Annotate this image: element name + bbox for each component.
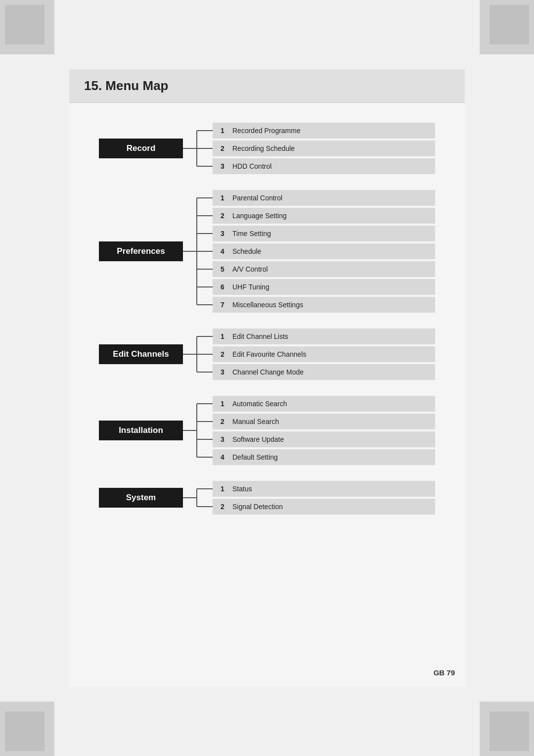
item-num-preferences-7: 7 [221,301,227,309]
item-num-record-3: 3 [221,162,227,170]
menu-item-record-3: 3HDD Control [213,158,435,174]
menu-label-system: System [99,488,183,508]
menu-group-system: System1Status2Signal Detection [99,481,435,515]
item-text-installation-4: Default Setting [232,453,278,461]
menu-item-installation-4: 4Default Setting [213,449,435,465]
menu-items-preferences: 1Parental Control2Language Setting3Time … [213,190,435,313]
item-num-preferences-3: 3 [221,230,227,237]
page-wrapper: 15. Menu Map Record1Recorded Programme2R… [0,0,534,756]
menu-group-edit-channels: Edit Channels1Edit Channel Lists2Edit Fa… [99,329,435,380]
item-text-system-2: Signal Detection [232,503,283,511]
item-text-preferences-6: UHF Tuning [232,283,269,291]
menu-item-installation-1: 1Automatic Search [213,396,435,412]
item-text-record-2: Recording Schedule [232,144,295,152]
item-num-edit-channels-3: 3 [221,368,227,376]
menu-item-installation-3: 3Software Update [213,431,435,447]
item-text-preferences-4: Schedule [232,247,261,255]
menu-label-preferences: Preferences [99,241,183,261]
main-content: 15. Menu Map Record1Recorded Programme2R… [69,69,465,687]
item-num-installation-3: 3 [221,435,227,443]
item-num-preferences-2: 2 [221,212,227,220]
item-num-system-2: 2 [221,503,227,511]
corner-inner-tr [490,5,529,45]
menu-map-content: Record1Recorded Programme2Recording Sche… [69,103,465,550]
item-num-record-1: 1 [221,127,227,135]
item-text-record-3: HDD Control [232,162,271,170]
item-num-preferences-1: 1 [221,194,227,202]
item-text-installation-1: Automatic Search [232,400,287,408]
item-text-preferences-5: A/V Control [232,265,268,273]
item-num-record-2: 2 [221,144,227,152]
item-num-edit-channels-2: 2 [221,350,227,358]
corner-inner-tl [5,5,44,45]
corner-inner-bl [5,711,44,751]
corner-tl [0,0,54,54]
menu-item-preferences-6: 6UHF Tuning [213,279,435,295]
menu-item-preferences-2: 2Language Setting [213,208,435,224]
menu-item-edit-channels-3: 3Channel Change Mode [213,364,435,380]
connector-svg-preferences [183,190,213,313]
item-text-preferences-3: Time Setting [232,230,271,237]
menu-group-preferences: Preferences1Parental Control2Language Se… [99,190,435,313]
item-text-edit-channels-1: Edit Channel Lists [232,332,288,340]
item-num-installation-2: 2 [221,418,227,425]
corner-inner-br [490,711,529,751]
menu-item-record-2: 2Recording Schedule [213,141,435,156]
item-text-system-1: Status [232,485,252,493]
item-num-installation-4: 4 [221,453,227,461]
menu-items-installation: 1Automatic Search2Manual Search3Software… [213,396,435,465]
menu-items-system: 1Status2Signal Detection [213,481,435,515]
menu-item-edit-channels-2: 2Edit Favourite Channels [213,346,435,362]
item-text-preferences-7: Miscellaneous Settings [232,301,303,309]
menu-label-edit-channels: Edit Channels [99,344,183,364]
menu-group-installation: Installation1Automatic Search2Manual Sea… [99,396,435,465]
connector-svg-installation [183,396,213,465]
menu-item-installation-2: 2Manual Search [213,414,435,429]
corner-bl [0,702,54,756]
menu-items-edit-channels: 1Edit Channel Lists2Edit Favourite Chann… [213,329,435,380]
section-title-bar: 15. Menu Map [69,69,465,103]
corner-tr [480,0,534,54]
item-text-edit-channels-2: Edit Favourite Channels [232,350,306,358]
item-text-edit-channels-3: Channel Change Mode [232,368,304,376]
item-text-installation-3: Software Update [232,435,284,443]
item-text-preferences-1: Parental Control [232,194,282,202]
menu-items-record: 1Recorded Programme2Recording Schedule3H… [213,123,435,174]
menu-item-preferences-7: 7Miscellaneous Settings [213,297,435,313]
item-num-edit-channels-1: 1 [221,332,227,340]
connector-svg-system [183,481,213,515]
item-text-preferences-2: Language Setting [232,212,287,220]
item-num-preferences-4: 4 [221,247,227,255]
menu-item-edit-channels-1: 1Edit Channel Lists [213,329,435,344]
menu-item-preferences-1: 1Parental Control [213,190,435,206]
item-text-record-1: Recorded Programme [232,127,301,135]
menu-item-record-1: 1Recorded Programme [213,123,435,139]
section-title: 15. Menu Map [84,78,450,94]
menu-item-preferences-3: 3Time Setting [213,226,435,241]
menu-item-system-2: 2Signal Detection [213,499,435,515]
item-num-system-1: 1 [221,485,227,493]
corner-br [480,702,534,756]
menu-item-preferences-4: 4Schedule [213,243,435,259]
menu-item-system-1: 1Status [213,481,435,497]
menu-label-record: Record [99,139,183,158]
connector-svg-edit-channels [183,329,213,380]
item-num-preferences-6: 6 [221,283,227,291]
item-num-preferences-5: 5 [221,265,227,273]
item-num-installation-1: 1 [221,400,227,408]
menu-label-installation: Installation [99,421,183,440]
connector-svg-record [183,123,213,174]
menu-item-preferences-5: 5A/V Control [213,261,435,277]
page-number: GB 79 [434,668,455,677]
menu-group-record: Record1Recorded Programme2Recording Sche… [99,123,435,174]
item-text-installation-2: Manual Search [232,418,279,425]
